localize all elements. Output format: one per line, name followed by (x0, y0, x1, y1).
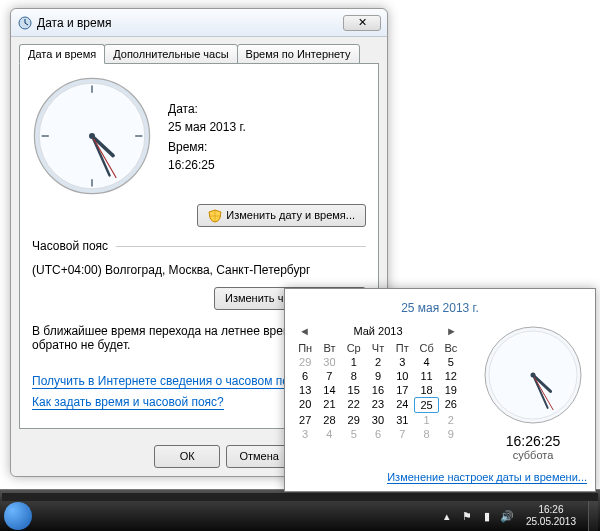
calendar-day[interactable]: 6 (293, 369, 317, 383)
clock-icon (17, 15, 33, 31)
calendar-day[interactable]: 29 (293, 355, 317, 369)
howto-link[interactable]: Как задать время и часовой пояс? (32, 395, 224, 410)
network-icon[interactable]: ▮ (480, 509, 494, 523)
timezone-section: Часовой пояс (32, 239, 366, 253)
tray-up-icon[interactable]: ▴ (440, 509, 454, 523)
date-label: Дата: (168, 102, 246, 116)
calendar-day[interactable]: 18 (414, 383, 438, 397)
popup-clock-col: 16:26:25 суббота (479, 325, 587, 461)
calendar-day[interactable]: 2 (366, 355, 390, 369)
calendar-day[interactable]: 9 (366, 369, 390, 383)
timezone-section-label: Часовой пояс (32, 239, 108, 253)
volume-icon[interactable]: 🔊 (500, 509, 514, 523)
calendar-dow: Пн (293, 341, 317, 355)
calendar-day[interactable]: 23 (366, 397, 390, 413)
change-datetime-label: Изменить дату и время... (226, 207, 355, 224)
calendar-day[interactable]: 7 (390, 427, 414, 441)
window-inner-bg (2, 493, 598, 501)
calendar-day[interactable]: 8 (342, 369, 366, 383)
flag-icon[interactable]: ⚑ (460, 509, 474, 523)
calendar-day[interactable]: 24 (390, 397, 414, 413)
ok-button[interactable]: ОК (154, 445, 220, 468)
calendar-day[interactable]: 7 (317, 369, 341, 383)
calendar-day[interactable]: 28 (317, 413, 341, 427)
change-datetime-button[interactable]: Изменить дату и время... (197, 204, 366, 227)
svg-point-16 (531, 373, 536, 378)
calendar-day[interactable]: 3 (390, 355, 414, 369)
close-icon: ✕ (358, 16, 367, 29)
calendar-day[interactable]: 13 (293, 383, 317, 397)
tray-clock[interactable]: 16:26 25.05.2013 (520, 504, 582, 528)
svg-point-10 (89, 133, 95, 139)
prev-month-button[interactable]: ◄ (295, 325, 314, 337)
close-button[interactable]: ✕ (343, 15, 381, 31)
calendar-day[interactable]: 8 (414, 427, 438, 441)
calendar-dow: Вс (439, 341, 463, 355)
tab-additional-clocks[interactable]: Дополнительные часы (104, 44, 237, 64)
time-value: 16:26:25 (168, 158, 246, 172)
calendar-day[interactable]: 1 (342, 355, 366, 369)
popup-link-row: Изменение настроек даты и времени... (293, 471, 587, 483)
cancel-button[interactable]: Отмена (226, 445, 292, 468)
time-label: Время: (168, 140, 246, 154)
timezone-info-link[interactable]: Получить в Интернете сведения о часовом … (32, 374, 308, 389)
tray-clock-popup: 25 мая 2013 г. ◄ Май 2013 ► ПнВтСрЧтПтСб… (284, 288, 596, 492)
calendar-dow: Чт (366, 341, 390, 355)
calendar-dow: Пт (390, 341, 414, 355)
calendar-day[interactable]: 17 (390, 383, 414, 397)
calendar-day[interactable]: 12 (439, 369, 463, 383)
popup-time: 16:26:25 (479, 433, 587, 449)
calendar-day[interactable]: 30 (317, 355, 341, 369)
calendar-day[interactable]: 26 (439, 397, 463, 413)
calendar-day[interactable]: 29 (342, 413, 366, 427)
start-button[interactable] (4, 502, 32, 530)
tray-date: 25.05.2013 (526, 516, 576, 528)
calendar-day[interactable]: 30 (366, 413, 390, 427)
calendar-grid: ПнВтСрЧтПтСбВс29301234567891011121314151… (293, 341, 463, 441)
calendar-day[interactable]: 6 (366, 427, 390, 441)
calendar-day[interactable]: 22 (342, 397, 366, 413)
calendar-day[interactable]: 20 (293, 397, 317, 413)
calendar-day[interactable]: 14 (317, 383, 341, 397)
datetime-row: Дата: 25 мая 2013 г. Время: 16:26:25 (32, 76, 366, 196)
calendar-day[interactable]: 11 (414, 369, 438, 383)
calendar-day[interactable]: 9 (439, 427, 463, 441)
calendar-day[interactable]: 21 (317, 397, 341, 413)
tabstrip: Дата и время Дополнительные часы Время п… (11, 37, 387, 63)
popup-date: 25 мая 2013 г. (293, 301, 587, 315)
calendar-day[interactable]: 3 (293, 427, 317, 441)
calendar-day[interactable]: 4 (414, 355, 438, 369)
popup-analog-clock (483, 325, 583, 425)
next-month-button[interactable]: ► (442, 325, 461, 337)
calendar: ◄ Май 2013 ► ПнВтСрЧтПтСбВс2930123456789… (293, 325, 463, 461)
calendar-day[interactable]: 15 (342, 383, 366, 397)
calendar-day[interactable]: 1 (414, 413, 438, 427)
date-value: 25 мая 2013 г. (168, 120, 246, 134)
calendar-day[interactable]: 27 (293, 413, 317, 427)
calendar-day[interactable]: 10 (390, 369, 414, 383)
divider (116, 246, 366, 247)
calendar-day[interactable]: 2 (439, 413, 463, 427)
calendar-dow: Вт (317, 341, 341, 355)
calendar-day[interactable]: 19 (439, 383, 463, 397)
datetime-labels: Дата: 25 мая 2013 г. Время: 16:26:25 (168, 96, 246, 176)
calendar-month[interactable]: Май 2013 (353, 325, 402, 337)
taskbar: ▴ ⚑ ▮ 🔊 16:26 25.05.2013 (0, 501, 600, 531)
show-desktop-button[interactable] (588, 501, 598, 531)
calendar-day[interactable]: 5 (439, 355, 463, 369)
change-datetime-link[interactable]: Изменение настроек даты и времени... (387, 471, 587, 484)
calendar-dow: Сб (414, 341, 438, 355)
system-tray: ▴ ⚑ ▮ 🔊 16:26 25.05.2013 (440, 501, 600, 531)
calendar-day[interactable]: 25 (414, 397, 438, 413)
calendar-day[interactable]: 4 (317, 427, 341, 441)
dialog-title: Дата и время (37, 16, 343, 30)
tab-date-time[interactable]: Дата и время (19, 44, 105, 64)
tray-time: 16:26 (526, 504, 576, 516)
calendar-day[interactable]: 31 (390, 413, 414, 427)
tab-internet-time[interactable]: Время по Интернету (237, 44, 360, 64)
popup-dayofweek: суббота (479, 449, 587, 461)
calendar-day[interactable]: 5 (342, 427, 366, 441)
timezone-value: (UTC+04:00) Волгоград, Москва, Санкт-Пет… (32, 263, 366, 277)
calendar-day[interactable]: 16 (366, 383, 390, 397)
titlebar[interactable]: Дата и время ✕ (11, 9, 387, 37)
